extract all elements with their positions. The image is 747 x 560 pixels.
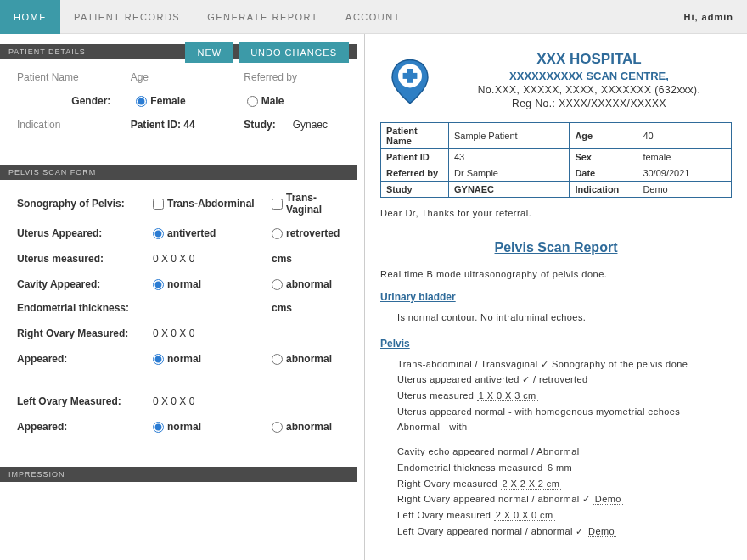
uterus-appeared-label: Uterus Appeared:: [17, 227, 136, 239]
p7b: 2 X 2 X 2 cm: [501, 479, 562, 490]
p7a: Right Ovary measured: [397, 479, 501, 489]
antiverted-label: antiverted: [167, 227, 216, 239]
nav-home[interactable]: HOME: [0, 0, 60, 34]
pt-age-lbl: Age: [570, 123, 637, 149]
antiverted-radio[interactable]: [153, 228, 164, 239]
nav-generate-report[interactable]: GENERATE REPORT: [194, 0, 332, 34]
pt-id-val: 43: [449, 149, 570, 165]
age-label: Age: [131, 71, 149, 83]
rov-abnormal-label: abnormal: [286, 353, 332, 365]
pt-study-val: GYNAEC: [449, 182, 570, 198]
lov-normal-radio[interactable]: [153, 422, 164, 433]
new-button[interactable]: NEW: [185, 42, 233, 63]
right-ovary-measured-label: Right Ovary Measured:: [17, 328, 136, 339]
p9b: 2 X 0 X 0 cm: [494, 510, 555, 521]
study-value: Gynaec: [293, 119, 328, 131]
retroverted-radio[interactable]: [272, 228, 283, 239]
pt-date-val: 30/09/2021: [637, 165, 732, 182]
hospital-name: XXX HOSPITAL: [447, 51, 732, 68]
pt-study-lbl: Study: [381, 182, 449, 198]
top-navbar: HOME PATIENT RECORDS GENERATE REPORT ACC…: [0, 0, 747, 34]
lov-abnormal-radio[interactable]: [272, 422, 283, 433]
cavity-abnormal-label: abnormal: [286, 278, 332, 290]
indication-label: Indication: [17, 119, 60, 131]
pt-sex-val: female: [637, 149, 732, 165]
gender-male-radio[interactable]: [247, 96, 258, 107]
gender-label: Gender:: [17, 95, 119, 107]
pt-date-lbl: Date: [570, 165, 637, 182]
rov-abnormal-radio[interactable]: [272, 354, 283, 365]
impression-header: IMPRESSION: [0, 467, 357, 482]
hospital-reg-no: Reg No.: XXXX/XXXXX/XXXXX: [447, 98, 732, 109]
p8b: Demo: [593, 494, 623, 505]
pt-sex-lbl: Sex: [570, 149, 637, 165]
right-ovary-appeared-label: Appeared:: [17, 353, 136, 365]
pt-name-val: Sample Patient: [449, 123, 570, 149]
p3: Uterus appeared normal - with homogenous…: [397, 404, 732, 420]
p6a: Endometrial thickness measured: [397, 462, 546, 473]
patient-info-table: Patient NameSample PatientAge40 Patient …: [380, 122, 732, 198]
report-title: Pelvis Scan Report: [495, 240, 618, 255]
endometrial-thickness-value[interactable]: [153, 306, 255, 310]
urinary-bladder-text: Is normal contour. No intraluminal echoe…: [380, 310, 732, 326]
left-ovary-measured-label: Left Ovary Measured:: [17, 395, 136, 407]
p8a: Right Ovary appeared normal / abnormal ✓: [397, 494, 593, 504]
hospital-logo-icon: [380, 51, 440, 110]
trans-vaginal-checkbox[interactable]: [272, 199, 283, 210]
nav-account[interactable]: ACCOUNT: [332, 0, 414, 34]
patient-id-label: Patient ID: 44: [131, 119, 227, 131]
trans-abdominal-label: Trans-Abdorminal: [167, 198, 255, 210]
left-form-panel: NEW UNDO CHANGES PATIENT DETAILS Patient…: [0, 34, 365, 560]
pelvis-section-header: Pelvis: [380, 338, 732, 350]
pt-ref-lbl: Referred by: [381, 165, 449, 182]
referred-by-label: Referred by: [244, 71, 297, 83]
left-ovary-measured-value[interactable]: 0 X 0 X 0: [153, 394, 255, 409]
p2: Uterus appeared antiverted ✓ / retrovert…: [397, 372, 732, 388]
nav-patient-records[interactable]: PATIENT RECORDS: [60, 0, 194, 34]
right-ovary-measured-value[interactable]: 0 X 0 X 0: [153, 326, 255, 341]
p1: Trans-abdominal / Transvaginal ✓ Sonogra…: [397, 356, 732, 372]
cms-unit-2: cms: [272, 302, 340, 314]
scan-centre-name: XXXXXXXXXX SCAN CENTRE,: [447, 70, 732, 82]
pt-ind-lbl: Indication: [570, 182, 637, 198]
p6b: 6 mm: [546, 462, 574, 473]
p4: Abnormal - with: [397, 419, 732, 435]
p10: Left Ovary appeared normal / abnormal ✓: [397, 526, 587, 536]
p5: Cavity echo appeared normal / Abnormal: [397, 444, 732, 460]
endometrial-thickness-label: Endometrial thickness:: [17, 302, 136, 314]
report-preview-panel: XXX HOSPITAL XXXXXXXXXX SCAN CENTRE, No.…: [365, 34, 747, 560]
retroverted-label: retroverted: [286, 227, 340, 239]
p2b: Uterus measured: [397, 390, 477, 400]
lov-normal-label: normal: [167, 421, 201, 433]
gender-female-radio[interactable]: [136, 96, 147, 107]
rov-normal-radio[interactable]: [153, 354, 164, 365]
trans-abdominal-checkbox[interactable]: [153, 199, 164, 210]
pt-id-lbl: Patient ID: [381, 149, 449, 165]
male-label: Male: [261, 95, 284, 107]
urinary-bladder-header: Urinary bladder: [380, 291, 732, 303]
female-label: Female: [150, 95, 185, 107]
dear-doctor-text: Dear Dr, Thanks for your referral.: [380, 208, 732, 218]
p10b: Demo: [587, 526, 616, 537]
undo-changes-button[interactable]: UNDO CHANGES: [239, 42, 349, 63]
cavity-abnormal-radio[interactable]: [272, 279, 283, 290]
left-ovary-appeared-label: Appeared:: [17, 421, 136, 433]
pt-ind-val: Demo: [637, 182, 732, 198]
pt-name-lbl: Patient Name: [381, 123, 449, 149]
pt-age-val: 40: [637, 123, 732, 149]
hospital-address: No.XXX, XXXXX, XXXX, XXXXXXX (632xxx).: [447, 84, 732, 96]
pt-ref-val: Dr Sample: [449, 165, 570, 182]
cavity-appeared-label: Cavity Appeared:: [17, 278, 136, 290]
sonography-label: Sonography of Pelvis:: [17, 198, 136, 210]
cavity-normal-label: normal: [167, 278, 201, 290]
pelvis-scan-form-header: PELVIS SCAN FORM: [0, 165, 357, 180]
pelvis-body: Trans-abdominal / Transvaginal ✓ Sonogra…: [380, 356, 732, 540]
lov-abnormal-label: abnormal: [286, 421, 332, 433]
p9a: Left Ovary measured: [397, 510, 494, 520]
realtime-text: Real time B mode ultrasonography of pelv…: [380, 269, 732, 279]
cavity-normal-radio[interactable]: [153, 279, 164, 290]
rov-normal-label: normal: [167, 353, 201, 365]
svg-rect-2: [403, 73, 418, 79]
uterus-measured-value[interactable]: 0 X 0 X 0: [153, 251, 255, 266]
trans-vaginal-label: Trans-Vaginal: [286, 192, 340, 216]
